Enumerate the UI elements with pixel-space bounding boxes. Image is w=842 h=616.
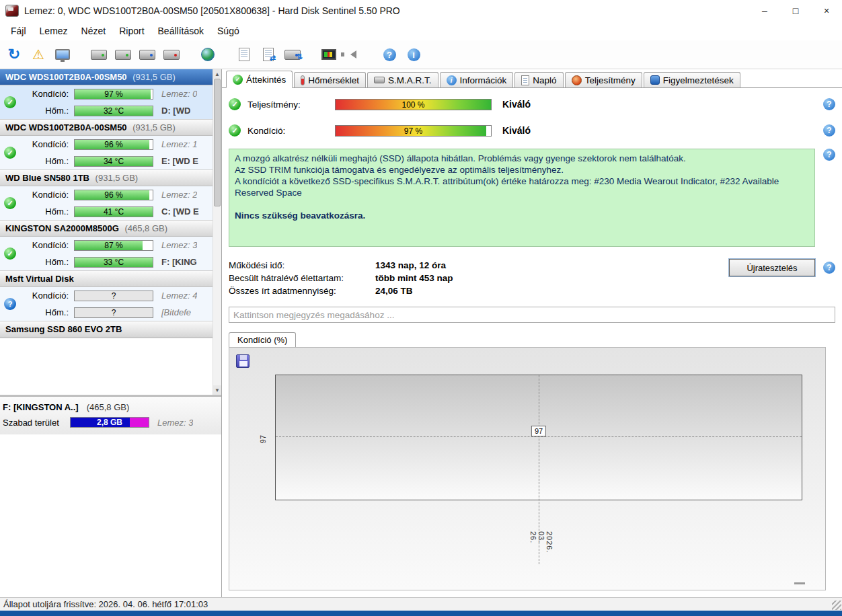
volume-size: (465,8 GB) bbox=[87, 402, 130, 412]
sidebar-scrollbar[interactable]: ▲ ▼ bbox=[213, 69, 221, 395]
retest-button[interactable]: Újratesztelés bbox=[729, 259, 815, 276]
save-chart-icon[interactable] bbox=[236, 354, 250, 368]
close-button[interactable]: × bbox=[811, 0, 842, 22]
disk-name: WDC WDS100T2B0A-00SM50 bbox=[5, 72, 127, 82]
titlebar: Lemez: 0, WDC WDS100T2B0A-00SM50 [20501X… bbox=[0, 0, 842, 22]
tab-informaciok[interactable]: i Információk bbox=[440, 72, 514, 87]
main-area: ✓ Áttekintés Hőmérséklet S.M.A.R.T. i In… bbox=[222, 69, 842, 597]
condition-label: Kondíció: bbox=[20, 89, 74, 99]
status-advice: Nincs szükség beavatkozásra. bbox=[235, 210, 809, 221]
report-refresh-icon[interactable]: ⇄ bbox=[258, 44, 278, 65]
menu-beallitasok[interactable]: Beállítások bbox=[151, 23, 210, 39]
stat-value: 1343 nap, 12 óra bbox=[375, 260, 446, 270]
help-icon[interactable]: ? bbox=[823, 262, 835, 274]
disk-name: Samsung SSD 860 EVO 2TB bbox=[5, 324, 122, 334]
disk-size: (465,8 GB) bbox=[124, 223, 167, 233]
menu-riport[interactable]: Riport bbox=[112, 23, 151, 39]
help-icon[interactable]: ? bbox=[823, 149, 835, 161]
chart-collapse-handle[interactable] bbox=[794, 582, 805, 584]
drive-letter: C: [WD E bbox=[153, 206, 199, 217]
temperature-label: Hőm.: bbox=[20, 106, 74, 116]
tab-label: Információk bbox=[460, 75, 507, 85]
disk-2-icon[interactable] bbox=[137, 44, 157, 65]
disk-header: KINGSTON SA2000M8500G (465,8 GB) bbox=[0, 221, 213, 237]
performance-rating: Kiváló bbox=[502, 99, 531, 110]
disk-entry-4[interactable]: Msft Virtual Disk ? Kondíció: ? Lemez: 4 bbox=[0, 271, 213, 321]
surface-test-icon[interactable] bbox=[319, 44, 339, 65]
disk-3-icon[interactable] bbox=[161, 44, 182, 65]
toolbar: ↻ ⚠ ⇄ ⇅ ? i bbox=[0, 40, 842, 69]
scroll-up-icon[interactable]: ▲ bbox=[213, 69, 221, 79]
condition-label: Kondíció: bbox=[20, 240, 74, 250]
menu-sugo[interactable]: Súgó bbox=[210, 23, 246, 39]
status-ok-icon: ✓ bbox=[4, 197, 16, 209]
performance-meter: 100 % bbox=[335, 99, 492, 110]
condition-label: Kondíció: bbox=[241, 126, 335, 136]
thermometer-icon bbox=[301, 75, 305, 85]
disk-entry-3[interactable]: KINGSTON SA2000M8500G (465,8 GB) ✓ Kondí… bbox=[0, 221, 213, 271]
tab-naplo[interactable]: Napló bbox=[514, 72, 563, 87]
disk-number: Lemez: 0 bbox=[153, 89, 197, 99]
status-ok-icon: ✓ bbox=[229, 98, 241, 110]
performance-label: Teljesítmény: bbox=[241, 100, 335, 110]
tab-figyelmeztetesek[interactable]: Figyelmeztetések bbox=[644, 72, 740, 87]
disk-header: WD Blue SN580 1TB (931,5 GB) bbox=[0, 170, 213, 186]
tab-teljesitmeny[interactable]: Teljesítmény bbox=[565, 72, 642, 87]
sound-icon[interactable] bbox=[343, 44, 363, 65]
tab-attekintes[interactable]: ✓ Áttekintés bbox=[226, 71, 293, 88]
disk-size: (931,5 GB) bbox=[132, 72, 176, 82]
report-icon[interactable] bbox=[234, 44, 254, 65]
refresh-icon[interactable]: ↻ bbox=[4, 44, 24, 65]
tab-label: Napló bbox=[533, 75, 556, 85]
tab-homerseklet[interactable]: Hőmérséklet bbox=[294, 72, 366, 87]
tab-label: Hőmérséklet bbox=[308, 75, 359, 85]
chart-tab-kondicio[interactable]: Kondíció (%) bbox=[229, 332, 296, 347]
gauge-icon bbox=[572, 75, 582, 85]
info-icon: i bbox=[447, 75, 457, 85]
scrollbar-thumb[interactable] bbox=[214, 79, 221, 206]
disk-0-icon[interactable] bbox=[89, 44, 109, 65]
menu-fajl[interactable]: Fájl bbox=[4, 23, 33, 39]
disk-entry-0[interactable]: WDC WDS100T2B0A-00SM50 (931,5 GB) ✓ Kond… bbox=[0, 69, 213, 120]
help-icon[interactable]: ? bbox=[823, 124, 835, 137]
condition-meter: 96 % bbox=[74, 190, 153, 200]
disk-header: Msft Virtual Disk bbox=[0, 271, 213, 287]
document-icon bbox=[521, 75, 529, 85]
condition-rating: Kiváló bbox=[502, 125, 531, 136]
temperature-meter: 33 °C bbox=[74, 257, 153, 268]
menubar: Fájl Lemez Nézet Riport Beállítások Súgó bbox=[0, 22, 842, 40]
info-icon[interactable]: i bbox=[404, 44, 424, 65]
disk-name: Msft Virtual Disk bbox=[5, 274, 74, 284]
disk-size: (931,5 GB) bbox=[132, 122, 176, 132]
menu-lemez[interactable]: Lemez bbox=[33, 23, 75, 39]
help-icon[interactable]: ? bbox=[823, 98, 835, 110]
disk-1-icon[interactable] bbox=[113, 44, 133, 65]
app-icon bbox=[5, 5, 19, 17]
globe-icon[interactable] bbox=[198, 44, 218, 65]
tab-label: Teljesítmény bbox=[585, 75, 636, 85]
status-line: A kondíciót a következő SSD-specifikus S… bbox=[235, 176, 809, 198]
tab-smart[interactable]: S.M.A.R.T. bbox=[367, 72, 438, 87]
comment-input[interactable] bbox=[229, 307, 835, 323]
system-monitor-icon[interactable] bbox=[52, 44, 73, 65]
resize-grip[interactable] bbox=[832, 601, 841, 610]
menu-nezet[interactable]: Nézet bbox=[75, 23, 113, 39]
status-ok-icon: ✓ bbox=[4, 147, 16, 159]
network-disks-icon[interactable]: ⇅ bbox=[282, 44, 303, 65]
temperature-meter: 32 °C bbox=[74, 106, 153, 116]
minimize-button[interactable]: – bbox=[749, 0, 780, 22]
temperature-label: Hőm.: bbox=[20, 156, 74, 166]
disk-entry-5[interactable]: Samsung SSD 860 EVO 2TB bbox=[0, 321, 213, 338]
help-icon[interactable]: ? bbox=[379, 44, 399, 65]
status-ok-icon: ✓ bbox=[4, 96, 16, 108]
tab-label: Áttekintés bbox=[246, 75, 286, 85]
condition-chart-panel: 97 97 2026. 03. 26. bbox=[229, 347, 826, 590]
warning-icon[interactable]: ⚠ bbox=[28, 44, 48, 65]
tab-label: Figyelmeztetések bbox=[663, 75, 734, 85]
volume-panel[interactable]: F: [KINGSTON A..] (465,8 GB) Szabad terü… bbox=[0, 395, 221, 434]
disk-entry-2[interactable]: WD Blue SN580 1TB (931,5 GB) ✓ Kondíció:… bbox=[0, 170, 213, 221]
volume-title: F: [KINGSTON A..] bbox=[3, 402, 79, 412]
maximize-button[interactable]: □ bbox=[780, 0, 811, 22]
scroll-down-icon[interactable]: ▼ bbox=[213, 385, 221, 395]
disk-entry-1[interactable]: WDC WDS100T2B0A-00SM50 (931,5 GB) ✓ Kond… bbox=[0, 120, 213, 170]
